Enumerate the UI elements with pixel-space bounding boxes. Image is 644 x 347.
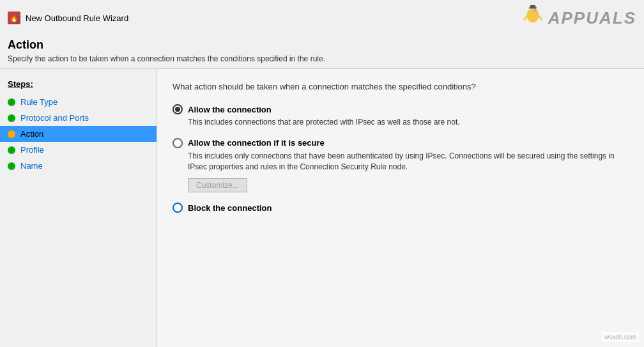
svg-line-10 bbox=[524, 17, 526, 20]
content-area: Steps: Rule Type Protocol and Ports Acti… bbox=[0, 69, 644, 347]
steps-label: Steps: bbox=[0, 77, 157, 94]
step-label-profile: Profile bbox=[20, 145, 44, 155]
customize-button[interactable]: Customize... bbox=[188, 178, 247, 192]
sidebar-item-name[interactable]: Name bbox=[0, 158, 157, 174]
sidebar-item-rule-type[interactable]: Rule Type bbox=[0, 94, 157, 110]
option-allow-secure-label: Allow the connection if it is secure bbox=[188, 138, 325, 148]
option-allow-secure-desc: This includes only connections that have… bbox=[188, 151, 629, 173]
option-block-label: Block the connection bbox=[188, 203, 272, 213]
option-allow-label: Allow the connection bbox=[188, 105, 272, 114]
sidebar-item-action[interactable]: Action bbox=[0, 126, 157, 142]
sidebar-item-profile[interactable]: Profile bbox=[0, 142, 157, 158]
option-allow-secure-row[interactable]: Allow the connection if it is secure bbox=[172, 138, 629, 148]
radio-allow[interactable] bbox=[172, 104, 183, 114]
step-dot-protocol-ports bbox=[8, 114, 15, 122]
radio-block[interactable] bbox=[172, 203, 183, 213]
appuals-text: APPUALS bbox=[548, 8, 636, 28]
watermark: wsxdn.com bbox=[602, 332, 639, 342]
option-block-row[interactable]: Block the connection bbox=[172, 203, 629, 213]
step-label-protocol-ports: Protocol and Ports bbox=[20, 113, 89, 123]
option-block: Block the connection bbox=[172, 203, 629, 213]
appuals-logo: APPUALS bbox=[520, 5, 636, 31]
svg-line-11 bbox=[539, 17, 541, 20]
option-allow-secure: Allow the connection if it is secure Thi… bbox=[172, 138, 629, 193]
title-bar: 🔥 New Outbound Rule Wizard bbox=[0, 0, 644, 36]
step-dot-profile bbox=[8, 146, 15, 154]
step-dot-rule-type bbox=[8, 98, 15, 106]
svg-rect-9 bbox=[530, 5, 535, 8]
step-dot-action bbox=[8, 130, 15, 138]
page-description: Specify the action to be taken when a co… bbox=[8, 54, 636, 63]
svg-point-5 bbox=[534, 10, 535, 11]
step-label-rule-type: Rule Type bbox=[20, 97, 57, 107]
steps-panel: Steps: Rule Type Protocol and Ports Acti… bbox=[0, 69, 157, 347]
wizard-icon: 🔥 bbox=[8, 12, 20, 24]
step-dot-name bbox=[8, 162, 15, 170]
page-title: Action bbox=[8, 38, 636, 52]
step-label-action: Action bbox=[20, 129, 43, 139]
header-section: Action Specify the action to be taken wh… bbox=[0, 36, 644, 69]
radio-allow-secure[interactable] bbox=[172, 138, 183, 148]
sidebar-item-protocol-ports[interactable]: Protocol and Ports bbox=[0, 110, 157, 126]
step-label-name: Name bbox=[20, 161, 43, 171]
question-text: What action should be taken when a conne… bbox=[172, 82, 629, 91]
main-panel: What action should be taken when a conne… bbox=[157, 69, 644, 347]
window-title: New Outbound Rule Wizard bbox=[26, 13, 128, 23]
appuals-character-icon bbox=[520, 5, 546, 31]
title-bar-left: 🔥 New Outbound Rule Wizard bbox=[8, 12, 128, 24]
option-allow: Allow the connection This includes conne… bbox=[172, 104, 629, 128]
svg-point-4 bbox=[531, 10, 532, 11]
option-allow-row[interactable]: Allow the connection bbox=[172, 104, 629, 114]
wizard-window: 🔥 New Outbound Rule Wizard bbox=[0, 0, 644, 347]
option-allow-desc: This includes connections that are prote… bbox=[188, 117, 629, 128]
